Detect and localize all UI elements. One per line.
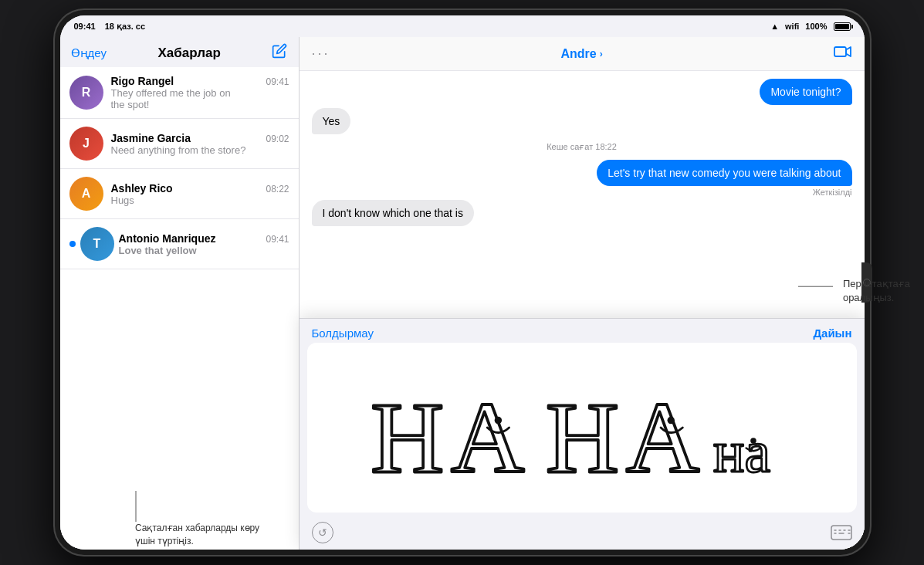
conv-time: 09:41	[266, 76, 289, 87]
cancel-button[interactable]: Болдырмау	[312, 326, 374, 340]
history-button[interactable]: ↺	[312, 522, 333, 543]
msg-row: Let's try that new comedy you were talki…	[312, 160, 852, 197]
conv-time: 09:41	[266, 234, 289, 245]
conv-preview: Hugs	[111, 195, 289, 206]
history-annotation: Сақталған хабарларды көру үшін түртіңіз.	[135, 491, 274, 548]
msg-timestamp: Кеше сағат 18:22	[312, 142, 852, 152]
sidebar-header: Өңдеу Хабарлар	[60, 37, 299, 67]
sidebar-title: Хабарлар	[158, 46, 221, 61]
avatar: T	[80, 227, 114, 261]
avatar: J	[69, 127, 103, 161]
edit-button[interactable]: Өңдеу	[71, 46, 107, 60]
chat-header-dots: ···	[312, 46, 330, 62]
handwriting-overlay: Болдырмау Дайын Н А	[300, 318, 865, 550]
signal-icon: ▲	[770, 22, 779, 31]
time: 09:41	[74, 22, 96, 32]
list-item[interactable]: J Jasmine Garcia 09:02 Need anything fro…	[60, 119, 299, 169]
svg-point-6	[667, 417, 674, 424]
date: 18 қаз. сс	[105, 22, 145, 32]
svg-text:Н: Н	[371, 381, 444, 493]
keyboard-button[interactable]	[831, 525, 852, 540]
done-button[interactable]: Дайын	[813, 326, 851, 340]
status-bar: 09:41 18 қаз. сс ▲ wifi 100%	[60, 15, 865, 37]
svg-text:на: на	[713, 420, 770, 484]
avatar: A	[69, 177, 103, 211]
msg-row: Yes	[312, 108, 852, 134]
svg-text:А: А	[451, 381, 524, 493]
svg-rect-0	[834, 47, 846, 56]
chat-area: ··· Andre ›	[300, 37, 865, 550]
conv-preview: They offered me the job onthe spot!	[111, 87, 289, 110]
conv-name: Jasmine Garcia	[111, 132, 191, 144]
svg-point-3	[494, 417, 501, 424]
compose-button[interactable]	[272, 43, 287, 63]
chat-header: ··· Andre ›	[300, 37, 865, 71]
list-item[interactable]: R Rigo Rangel 09:41 They offered me the …	[60, 67, 299, 119]
msg-row: I don't know which one that is	[312, 200, 852, 226]
battery-icon	[834, 22, 851, 31]
sidebar: Өңдеу Хабарлар R	[60, 37, 300, 550]
keyboard-annotation: Пернетақтағаоралыңыз.	[798, 277, 910, 305]
handwriting-header: Болдырмау Дайын	[300, 319, 865, 343]
handwriting-canvas[interactable]: Н А Н А	[307, 343, 857, 513]
chevron-right-icon: ›	[600, 49, 603, 59]
video-call-button[interactable]	[834, 45, 852, 63]
conv-time: 08:22	[266, 184, 289, 195]
msg-status: Жеткізілді	[813, 188, 852, 197]
list-item[interactable]: A Ashley Rico 08:22 Hugs	[60, 169, 299, 219]
msg-bubble-sent: Movie tonight?	[760, 79, 851, 105]
conv-name: Antonio Manriquez	[119, 232, 216, 245]
chat-header-contact[interactable]: Andre ›	[560, 47, 602, 61]
avatar: R	[69, 76, 103, 110]
conv-preview: Need anything from the store?	[111, 144, 289, 156]
msg-bubble-received: I don't know which one that is	[312, 200, 474, 226]
svg-rect-9	[831, 526, 851, 540]
battery-percent: 100%	[805, 22, 827, 31]
conv-name: Rigo Rangel	[111, 75, 174, 87]
msg-bubble-sent: Let's try that new comedy you were talki…	[597, 160, 851, 186]
svg-text:Н: Н	[545, 381, 618, 493]
conv-preview: Love that yellow	[119, 245, 289, 256]
conv-time: 09:02	[266, 134, 289, 144]
conv-name: Ashley Rico	[111, 182, 173, 195]
svg-text:А: А	[625, 381, 699, 493]
contact-name: Andre	[560, 47, 596, 61]
msg-bubble-received: Yes	[312, 108, 351, 134]
svg-point-8	[750, 438, 756, 444]
list-item[interactable]: T Antonio Manriquez 09:41 Love that yell…	[60, 219, 299, 269]
unread-dot	[69, 241, 76, 247]
msg-row: Movie tonight?	[312, 79, 852, 105]
handwriting-footer: ↺	[300, 519, 865, 550]
wifi-icon: wifi	[785, 22, 799, 31]
conversation-list: R Rigo Rangel 09:41 They offered me the …	[60, 67, 299, 550]
